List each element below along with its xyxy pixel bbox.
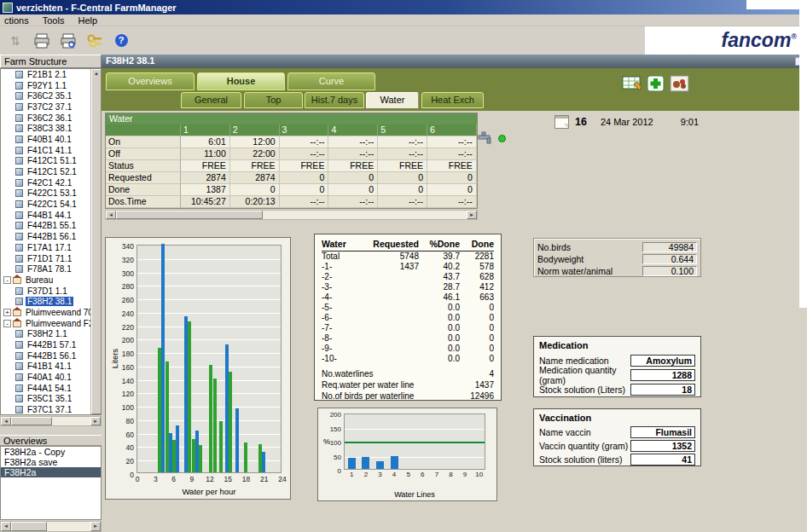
tree-item-f44b1-44-1[interactable]: F44B1 44.1 <box>1 210 90 221</box>
water-cell[interactable]: 0 <box>427 184 477 196</box>
first-aid-cross-icon[interactable] <box>645 73 667 94</box>
tree-item-f442b1-56-1[interactable]: F442B1 56.1 <box>1 231 90 242</box>
water-cell[interactable]: FREE <box>378 160 427 172</box>
tree-item-f422c1-54-1[interactable]: F422C1 54.1 <box>1 199 90 210</box>
scroll-thumb[interactable] <box>11 417 52 425</box>
scroll-right-button[interactable]: ► <box>90 417 101 425</box>
water-cell[interactable]: --:-- <box>378 196 427 208</box>
scroll-thumb[interactable] <box>116 211 263 219</box>
tree-horizontal-scrollbar[interactable]: ◄ ► <box>0 416 102 426</box>
water-cell[interactable]: 6:01 <box>181 136 230 148</box>
tree-item-pluimveewand-70[interactable]: +Pluimveewand 70 <box>1 307 90 318</box>
water-cell[interactable]: 0:20:13 <box>230 196 280 208</box>
tree-item-f21b1-2-1[interactable]: F21B1 2.1 <box>1 69 90 80</box>
tree-item-f38h2-38-1[interactable]: F38H2 38.1 <box>1 296 90 307</box>
water-cell[interactable]: --:-- <box>280 148 329 160</box>
scroll-down-button[interactable]: ▼ <box>91 414 102 415</box>
info-value-field[interactable]: 0.100 <box>642 266 697 276</box>
tree-item-f41b1-41-1[interactable]: F41B1 41.1 <box>1 361 90 373</box>
nav-arrows-icon[interactable]: ⇅ <box>5 31 26 51</box>
tree-item-f442b1-57-1[interactable]: F442B1 57.1 <box>1 339 90 350</box>
tree-item-f40b1-40-1[interactable]: F40B1 40.1 <box>1 134 90 145</box>
medication-value-field[interactable]: Amoxylum <box>630 355 695 367</box>
dosing-grid-icon[interactable] <box>621 73 643 94</box>
tree-item-f38h2-1-1[interactable]: F38H2 1.1 <box>1 329 90 340</box>
water-cell[interactable]: --:-- <box>280 136 329 148</box>
water-cell[interactable]: FREE <box>181 160 230 172</box>
water-cell[interactable]: FREE <box>280 160 329 172</box>
tree-item-f44a1-54-1[interactable]: F44A1 54.1 <box>1 383 90 394</box>
water-cell[interactable]: FREE <box>328 160 378 172</box>
tree-item-f422c1-53-1[interactable]: F422C1 53.1 <box>1 188 90 200</box>
tree-item-f41c1-41-1[interactable]: F41C1 41.1 <box>1 145 90 156</box>
tree-item-f412c1-51-1[interactable]: F412C1 51.1 <box>1 156 90 167</box>
tab-hist-7-days[interactable]: Hist.7 days <box>305 92 364 108</box>
vaccination-value-field[interactable]: 41 <box>630 454 695 466</box>
menu-item-ctions[interactable]: ctions <box>4 15 29 26</box>
tree-item-f42c1-42-1[interactable]: F42C1 42.1 <box>1 177 90 188</box>
scroll-track[interactable] <box>263 211 467 219</box>
water-cell[interactable]: 0 <box>328 172 378 184</box>
help-icon[interactable]: ? <box>111 31 131 51</box>
tree-item-f78a1-78-1[interactable]: F78A1 78.1 <box>1 263 90 275</box>
water-cell[interactable]: 0 <box>378 184 427 196</box>
tab-heat-exch[interactable]: Heat Exch <box>421 92 484 108</box>
medication-value-field[interactable]: 18 <box>630 384 695 396</box>
water-cell[interactable]: --:-- <box>378 148 427 160</box>
water-cell[interactable]: --:-- <box>280 196 329 208</box>
water-cell[interactable]: 0 <box>230 184 280 196</box>
tree-item-f442b1-55-1[interactable]: F442B1 55.1 <box>1 221 90 232</box>
tree-item-f37c1-37-1[interactable]: F37C1 37.1 <box>1 404 90 414</box>
water-cell[interactable]: FREE <box>427 160 477 172</box>
tab-water[interactable]: Water <box>366 92 419 108</box>
water-cell[interactable]: 22:00 <box>230 148 280 160</box>
tab-house[interactable]: House <box>197 72 285 90</box>
scroll-up-button[interactable]: ▲ <box>91 69 102 414</box>
scroll-left-button[interactable]: ◄ <box>1 417 11 425</box>
tree-item-f36c2-36-1[interactable]: F36C2 36.1 <box>1 113 90 124</box>
tab-general[interactable]: General <box>181 92 241 108</box>
tree-item-f71d1-71-1[interactable]: F71D1 71.1 <box>1 253 90 264</box>
tree-item-f17a1-17-1[interactable]: F17A1 17.1 <box>1 242 90 253</box>
scroll-left-button[interactable]: ◄ <box>106 211 116 219</box>
tree-item-f37c2-37-1[interactable]: F37C2 37.1 <box>1 101 90 113</box>
info-value-field[interactable]: 0.644 <box>642 254 697 264</box>
scroll-thumb[interactable] <box>11 522 47 531</box>
tree-item-pluimveewand-f2[interactable]: -Pluimveewand F2 <box>1 318 90 329</box>
tree-item-bureau[interactable]: -Bureau <box>1 275 90 286</box>
water-cell[interactable]: --:-- <box>328 136 378 148</box>
water-table-scrollbar[interactable]: ◄ ► <box>105 210 478 220</box>
water-cell[interactable]: --:-- <box>427 196 477 208</box>
menu-item-tools[interactable]: Tools <box>43 15 65 26</box>
vaccination-value-field[interactable]: 1352 <box>630 440 695 452</box>
tree-item-f38c3-38-1[interactable]: F38C3 38.1 <box>1 123 90 134</box>
water-cell[interactable]: 1387 <box>181 184 230 196</box>
medication-value-field[interactable]: 1288 <box>630 369 695 381</box>
water-cell[interactable]: --:-- <box>378 136 427 148</box>
water-cell[interactable]: --:-- <box>328 196 378 208</box>
tab-overviews[interactable]: Overviews <box>106 72 194 90</box>
sidebar-horizontal-scrollbar[interactable]: ◄ ► <box>0 521 102 532</box>
water-cell[interactable]: 2874 <box>230 172 280 184</box>
water-cell[interactable]: --:-- <box>427 136 477 148</box>
tree-item-f442b1-56-1[interactable]: F442B1 56.1 <box>1 350 90 361</box>
water-cell[interactable]: --:-- <box>328 148 378 160</box>
water-cell[interactable]: 0 <box>427 172 477 184</box>
titlebar[interactable]: verzichten - F-Central FarmManager <box>0 0 807 14</box>
overview-item-f38h2a[interactable]: F38H2a <box>1 467 101 477</box>
tree-item-f35c1-35-1[interactable]: F35C1 35.1 <box>1 394 90 405</box>
tree-item-f412c1-52-1[interactable]: F412C1 52.1 <box>1 166 90 177</box>
tree-item-f92y1-1-1[interactable]: F92Y1 1.1 <box>1 80 90 91</box>
scroll-track[interactable] <box>47 522 90 531</box>
collapse-icon[interactable]: - <box>3 276 11 284</box>
menu-item-help[interactable]: Help <box>78 15 97 26</box>
water-cell[interactable]: 0 <box>280 172 329 184</box>
water-cell[interactable]: 12:00 <box>230 136 280 148</box>
keys-icon[interactable] <box>84 31 105 51</box>
overview-item-f38h2a-save[interactable]: F38H2a save <box>1 457 101 467</box>
animals-icon[interactable] <box>669 73 691 94</box>
tree-item-f37d1-1-1[interactable]: F37D1 1.1 <box>1 286 90 297</box>
water-cell[interactable]: 0 <box>378 172 427 184</box>
tab-top[interactable]: Top <box>244 92 303 108</box>
water-cell[interactable]: FREE <box>230 160 280 172</box>
